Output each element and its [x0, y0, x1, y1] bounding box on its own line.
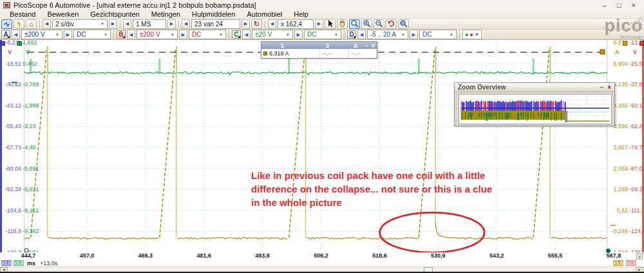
current-ruler-handle[interactable] [600, 50, 605, 54]
channel-b-range-increment[interactable]: ▶ [179, 30, 187, 39]
channel-a-range-decrement[interactable]: ◀ [12, 30, 20, 39]
menu-metingen[interactable]: Metingen [146, 10, 186, 18]
zoom-overview-title: Zoom Overview [458, 84, 506, 91]
cursor-window-close[interactable]: × [372, 42, 375, 49]
buffer-select-increment[interactable]: ▶ [242, 19, 250, 29]
channel-c-range-decrement[interactable]: ◀ [242, 30, 251, 39]
cursor-empty-delta: --,-- [352, 50, 361, 57]
menu-bestand[interactable]: Bestand [4, 10, 41, 18]
scroll-left-button[interactable]: ◄ [0, 267, 8, 272]
axis-handle-channel-d[interactable] [623, 41, 627, 46]
channel-b-coupling-select[interactable]: DC▼ [189, 30, 226, 39]
zoom-factor-decrement[interactable]: ◀ [268, 19, 276, 29]
horizontal-scrollbar[interactable]: ◄ ► [0, 267, 644, 272]
channel-c-button[interactable]: C [232, 30, 241, 39]
axis-handle-channel-b[interactable] [639, 41, 644, 46]
zoom-overview-close[interactable]: × [607, 84, 611, 91]
axis-handle-channel-c[interactable] [17, 41, 22, 46]
cursor-window-minimize[interactable]: – [365, 42, 368, 49]
axis-tick-label: -1,999 [23, 102, 41, 109]
axis-options-dropdown[interactable]: ∨ [636, 253, 643, 259]
samples-select-increment[interactable]: ▶ [167, 19, 176, 29]
channel-b-range-decrement[interactable]: ◀ [127, 30, 135, 39]
timebase-select-decrement[interactable]: ◀ [43, 19, 51, 29]
samples-select[interactable]: 1 MS [133, 19, 166, 29]
samples-select-decrement[interactable]: ◀ [123, 19, 131, 29]
axis-unit-channel-a: V [8, 49, 12, 55]
channel-d-button[interactable]: D [347, 30, 356, 39]
scope-view-button[interactable]: ∿ [1, 19, 12, 29]
menu-automobiel[interactable]: Automobiel [241, 10, 288, 18]
zoom-overview-chart[interactable] [459, 94, 612, 124]
zoom-in-tool-button[interactable] [361, 19, 372, 29]
buffer-select-value: 23 van 24 [194, 21, 223, 28]
pointer-tool-button[interactable] [325, 19, 336, 29]
timebase-select[interactable]: 2 s/div▼ [52, 19, 108, 29]
cursor-window-titlebar[interactable]: 1 2 Δ – × [261, 42, 377, 49]
axis-left-channel-a: -6,211-18,51-30,82-43,12-55,43-67,73-80,… [1, 40, 21, 259]
ground-handle[interactable] [24, 249, 28, 252]
zoom-overview-titlebar[interactable]: Zoom Overview – × [455, 83, 614, 92]
axis-tick-label: -116,9 [1, 228, 21, 234]
menu-help[interactable]: Help [288, 10, 314, 18]
scale-badge[interactable]: x1,0 [14, 260, 24, 266]
axis-handle-channel-a[interactable] [1, 41, 5, 46]
zoom-factor-increment[interactable]: ▶ [315, 19, 323, 29]
scroll-thumb[interactable] [424, 267, 433, 272]
channel-b-range-select[interactable]: ±200 V▼ [137, 30, 178, 39]
pico-logo-text: pico [582, 17, 643, 34]
time-tick-label: 543,2 [482, 252, 511, 259]
cursor-col-1: 1 [281, 42, 284, 49]
scale-badge[interactable]: x1,0 [613, 260, 623, 266]
connect-device-button[interactable]: ϟ [14, 19, 24, 29]
overview-position-handle[interactable] [565, 111, 567, 122]
menu-hulpmiddelen[interactable]: Hulpmiddelen [186, 10, 241, 18]
zoom-in-icon [363, 19, 371, 29]
channel-a-range-increment[interactable]: ▶ [64, 30, 72, 39]
cursor-values-window[interactable]: 1 2 Δ – × 6,318 A --,-- --,-- [261, 41, 377, 59]
channel-d-range-increment[interactable]: ▶ [410, 30, 418, 39]
title-bar: PicoScope 6 Automotive - [uitval externe… [0, 0, 644, 10]
channel-a-button[interactable]: A [1, 30, 10, 39]
axis-tick-label: -3,23 [23, 123, 41, 129]
channel-c-range-increment[interactable]: ▶ [294, 30, 303, 39]
time-tick-label: 530,9 [424, 252, 452, 259]
axis-right-channel-d: 6,6735,9045,1354,3653,5962,8272,0581,289… [608, 40, 628, 259]
channel-bar: A◀±200 V▼▶DC▼B◀±200 V▼▶DC▼C◀±20 V▼▶DC▼D◀… [0, 30, 644, 40]
channel-d-range-decrement[interactable]: ◀ [357, 30, 366, 39]
zoom-factor[interactable]: x 162,4 [278, 19, 314, 29]
minimize-button[interactable]: – [603, 1, 607, 9]
buffer-nav-button[interactable]: ↻ [251, 19, 262, 29]
zoom-out-tool-button[interactable] [374, 19, 384, 29]
undo-zoom-tool-button[interactable] [386, 19, 397, 29]
channel-a-coupling-select[interactable]: DC▼ [73, 30, 111, 39]
zoom-window-icon [350, 19, 359, 29]
scale-badge[interactable]: x1,0 [1, 260, 12, 266]
channel-c-coupling-select[interactable]: DC▼ [304, 30, 341, 39]
menu-gezichtspunten[interactable]: Gezichtspunten [84, 10, 145, 18]
buffer-select-decrement[interactable]: ◀ [182, 19, 190, 29]
buffer-select[interactable]: 23 van 24 [191, 19, 240, 29]
axis-tick-label: 1,289 [608, 186, 628, 193]
channel-c-range-select[interactable]: ±20 V▼ [252, 30, 293, 39]
channel-b-button[interactable]: B [117, 30, 126, 39]
pan-tool-button[interactable] [337, 19, 348, 29]
trigger-marker[interactable] [606, 249, 611, 253]
home-button[interactable]: ⌂ [26, 19, 37, 29]
zoom-100-tool-button[interactable] [398, 19, 409, 29]
channel-a-range-select[interactable]: ±200 V▼ [21, 30, 62, 39]
channel-d-range-select[interactable]: -5 .. 20 A▼ [367, 30, 408, 39]
axis-tick-label: 0,462 [23, 61, 41, 67]
zoom-window-tool-button[interactable] [349, 19, 360, 29]
timebase-select-increment[interactable]: ▶ [109, 19, 117, 29]
menu-bewerken[interactable]: Bewerken [41, 10, 84, 18]
channel-d-coupling-select[interactable]: DC▼ [419, 30, 457, 39]
scroll-right-button[interactable]: ► [636, 267, 643, 272]
close-button[interactable]: × [632, 1, 636, 9]
zoom-overview-window[interactable]: Zoom Overview – × [454, 82, 615, 126]
zoom-overview-minimize[interactable]: – [600, 84, 604, 91]
maximize-button[interactable]: □ [617, 1, 621, 9]
waveform-plot[interactable] [24, 40, 607, 258]
probe-status-button[interactable]: ●●▼ [462, 30, 482, 39]
scale-badge[interactable]: x1,0 [626, 260, 636, 266]
